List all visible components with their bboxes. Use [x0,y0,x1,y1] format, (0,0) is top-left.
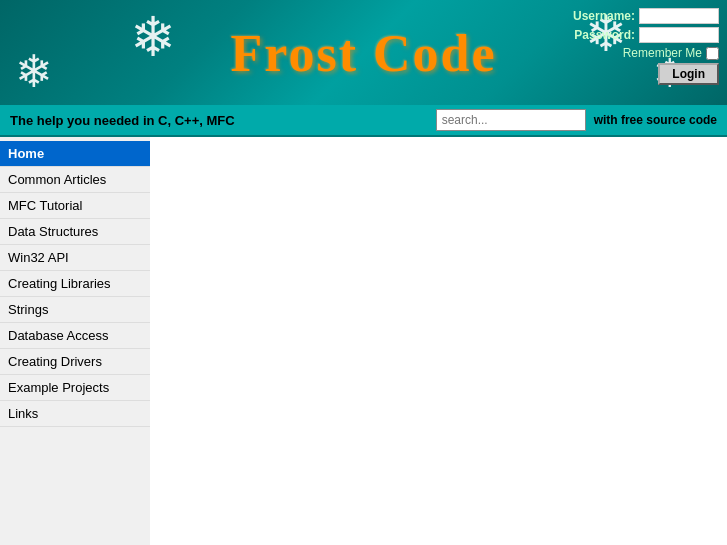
username-label: Username: [573,9,635,23]
sidebar-item-mfc-tutorial[interactable]: MFC Tutorial [0,193,150,219]
sidebar-column: HomeCommon ArticlesMFC TutorialData Stru… [0,137,150,545]
username-input[interactable] [639,8,719,24]
sidebar: HomeCommon ArticlesMFC TutorialData Stru… [0,137,150,537]
sidebar-item-example-projects[interactable]: Example Projects [0,375,150,401]
username-row: Username: [573,8,719,24]
sidebar-item-common-articles[interactable]: Common Articles [0,167,150,193]
sidebar-item-home[interactable]: Home [0,141,150,167]
search-input[interactable] [436,109,586,131]
tagline-right: with free source code [436,109,717,131]
tagline-free-text: with free source code [594,113,717,127]
login-button[interactable]: Login [658,63,719,85]
tagline-text: The help you needed in C, C++, MFC [10,113,235,128]
login-area: Username: Password: Remember Me Login [573,8,719,85]
main-layout: HomeCommon ArticlesMFC TutorialData Stru… [0,137,727,545]
remember-label: Remember Me [623,46,702,60]
password-label: Password: [574,28,635,42]
sidebar-item-database-access[interactable]: Database Access [0,323,150,349]
password-row: Password: [574,27,719,43]
snowflake-icon-1: ❄ [130,5,176,69]
password-input[interactable] [639,27,719,43]
snowflake-icon-2: ❄ [15,45,53,98]
sidebar-item-strings[interactable]: Strings [0,297,150,323]
site-title: Frost Code [230,23,496,82]
sidebar-item-win32-api[interactable]: Win32 API [0,245,150,271]
header: ❄ ❄ ❄ ❄ Frost Code Username: Password: R… [0,0,727,105]
sidebar-item-creating-drivers[interactable]: Creating Drivers [0,349,150,375]
remember-checkbox[interactable] [706,47,719,60]
sidebar-item-links[interactable]: Links [0,401,150,427]
content-area [150,137,727,545]
sidebar-item-data-structures[interactable]: Data Structures [0,219,150,245]
tagline-bar: The help you needed in C, C++, MFC with … [0,105,727,137]
sidebar-item-creating-libraries[interactable]: Creating Libraries [0,271,150,297]
remember-row: Remember Me [623,46,719,60]
